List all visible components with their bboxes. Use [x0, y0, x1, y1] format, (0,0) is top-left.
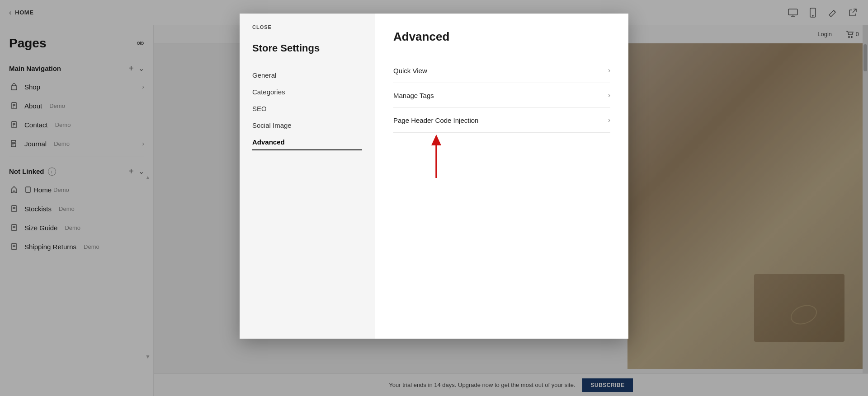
page-header-code-injection-setting[interactable]: Page Header Code Injection › [393, 108, 610, 133]
modal-nav-social-image[interactable]: Social Image [252, 117, 362, 134]
advanced-section-title: Advanced [393, 30, 610, 44]
modal-left-panel: CLOSE Store Settings General Categories … [240, 14, 375, 339]
manage-tags-setting[interactable]: Manage Tags › [393, 83, 610, 108]
modal-close-button[interactable]: CLOSE [252, 24, 362, 30]
modal-nav-seo[interactable]: SEO [252, 100, 362, 117]
annotation-area [393, 133, 610, 187]
page-header-code-injection-label: Page Header Code Injection [393, 116, 478, 124]
modal-right-panel: Advanced Quick View › Manage Tags › Page… [375, 14, 628, 339]
modal-nav-categories[interactable]: Categories [252, 84, 362, 100]
modal-nav-general[interactable]: General [252, 67, 362, 84]
modal-nav-advanced[interactable]: Advanced [252, 134, 362, 150]
quick-view-label: Quick View [393, 67, 427, 75]
store-settings-title: Store Settings [252, 42, 362, 54]
quick-view-setting[interactable]: Quick View › [393, 58, 610, 83]
modal-overlay: CLOSE Store Settings General Categories … [0, 0, 868, 396]
manage-tags-chevron: › [608, 91, 610, 99]
page-header-code-injection-chevron: › [608, 116, 610, 124]
red-arrow-annotation [420, 133, 452, 182]
store-settings-modal: CLOSE Store Settings General Categories … [240, 14, 628, 339]
svg-marker-33 [431, 135, 441, 145]
quick-view-chevron: › [608, 66, 610, 75]
manage-tags-label: Manage Tags [393, 92, 434, 99]
